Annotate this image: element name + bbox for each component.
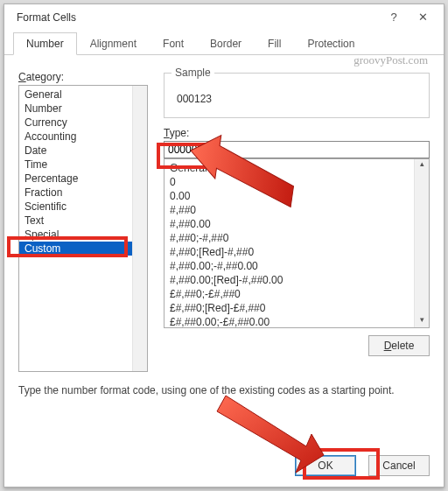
category-item[interactable]: Scientific — [19, 200, 132, 214]
sample-label: Sample — [172, 67, 214, 79]
category-item[interactable]: Special — [19, 228, 132, 242]
type-input[interactable] — [164, 141, 430, 158]
category-item[interactable]: Currency — [19, 116, 132, 130]
category-item[interactable]: Custom — [19, 242, 132, 256]
tab-border[interactable]: Border — [197, 32, 255, 55]
delete-button[interactable]: Delete — [368, 335, 430, 356]
tab-alignment[interactable]: Alignment — [77, 32, 150, 55]
category-item[interactable]: Number — [19, 102, 132, 116]
format-list[interactable]: General00.00#,##0#,##0.00#,##0;-#,##0#,#… — [164, 158, 430, 328]
help-button[interactable]: ? — [381, 8, 407, 27]
category-item[interactable]: Fraction — [19, 186, 132, 200]
tab-number[interactable]: Number — [13, 32, 77, 55]
format-item[interactable]: #,##0 — [164, 203, 414, 217]
format-item[interactable]: £#,##0;-£#,##0 — [164, 287, 414, 301]
cancel-button[interactable]: Cancel — [368, 455, 430, 476]
format-item[interactable]: #,##0.00;-#,##0.00 — [164, 259, 414, 273]
sample-value: 000123 — [177, 93, 212, 105]
title-bar: Format Cells ? ✕ — [4, 4, 444, 29]
ok-button[interactable]: OK — [295, 455, 356, 476]
type-label: Type: — [164, 127, 430, 139]
dialog-tabs: NumberAlignmentFontBorderFillProtection — [4, 32, 444, 55]
category-label: Category: — [18, 71, 148, 83]
format-item[interactable]: General — [164, 161, 414, 175]
format-item[interactable]: £#,##0.00;-£#,##0.00 — [164, 315, 414, 327]
format-item[interactable]: #,##0;-#,##0 — [164, 231, 414, 245]
format-item[interactable]: #,##0;[Red]-#,##0 — [164, 245, 414, 259]
sample-group: Sample 000123 — [164, 73, 430, 118]
format-item[interactable]: 0 — [164, 175, 414, 189]
scrollbar[interactable] — [132, 86, 147, 371]
format-item[interactable]: #,##0.00 — [164, 217, 414, 231]
dialog-title: Format Cells — [17, 11, 381, 24]
category-listbox[interactable]: GeneralNumberCurrencyAccountingDateTimeP… — [18, 85, 148, 372]
tab-font[interactable]: Font — [150, 32, 197, 55]
tab-protection[interactable]: Protection — [294, 32, 368, 55]
format-item[interactable]: 0.00 — [164, 189, 414, 203]
scroll-up-icon[interactable]: ▴ — [415, 159, 429, 172]
hint-text: Type the number format code, using one o… — [18, 384, 430, 396]
category-item[interactable]: Text — [19, 214, 132, 228]
format-item[interactable]: £#,##0;[Red]-£#,##0 — [164, 301, 414, 315]
category-item[interactable]: Accounting — [19, 130, 132, 144]
category-item[interactable]: Date — [19, 144, 132, 158]
close-icon: ✕ — [418, 11, 428, 24]
category-item[interactable]: General — [19, 88, 132, 102]
category-item[interactable]: Percentage — [19, 172, 132, 186]
close-button[interactable]: ✕ — [407, 8, 438, 27]
tab-fill[interactable]: Fill — [255, 32, 294, 55]
scrollbar[interactable]: ▴ ▾ — [414, 159, 429, 327]
category-item[interactable]: Time — [19, 158, 132, 172]
format-item[interactable]: #,##0.00;[Red]-#,##0.00 — [164, 273, 414, 287]
format-cells-dialog: Format Cells ? ✕ NumberAlignmentFontBord… — [4, 4, 444, 487]
watermark: groovyPost.com — [354, 53, 428, 67]
scroll-down-icon[interactable]: ▾ — [415, 315, 429, 327]
